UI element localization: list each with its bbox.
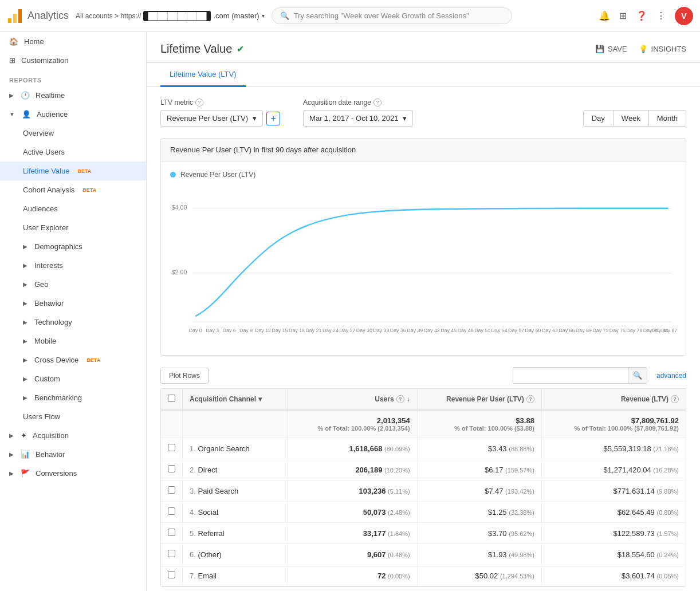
more-icon[interactable]: ⋮ — [656, 10, 666, 21]
behavior-top-arrow: ▶ — [9, 451, 14, 458]
home-icon: 🏠 — [9, 37, 18, 46]
audience-icon: 👤 — [22, 110, 31, 119]
period-btn-month[interactable]: Month — [649, 111, 686, 126]
users-help-icon[interactable]: ? — [396, 395, 404, 403]
ltv-metric-dropdown[interactable]: Revenue Per User (LTV) ▾ — [160, 110, 263, 127]
select-all-checkbox-header[interactable] — [161, 389, 183, 410]
cohort-beta-badge: BETA — [82, 187, 96, 193]
insights-button[interactable]: 💡 INSIGHTS — [639, 45, 686, 53]
sidebar-item-technology[interactable]: ▶ Technology — [0, 313, 146, 332]
save-button[interactable]: 💾 SAVE — [595, 45, 627, 53]
period-btn-week[interactable]: Week — [614, 111, 649, 126]
sidebar-item-geo[interactable]: ▶ Geo — [0, 275, 146, 294]
sidebar-item-cross-device[interactable]: ▶ Cross Device BETA — [0, 350, 146, 369]
search-bar[interactable]: 🔍 Try searching "Week over Week Growth o… — [272, 7, 512, 24]
sidebar-item-users-flow[interactable]: Users Flow — [0, 407, 146, 426]
sidebar-item-conversions[interactable]: ▶ 🚩 Conversions — [0, 464, 146, 483]
row-channel-name: Direct — [198, 466, 217, 474]
row-channel: 7. Email — [183, 565, 288, 586]
row-users-pct: (0.48%) — [388, 551, 410, 558]
select-all-checkbox[interactable] — [168, 395, 175, 402]
row-number: 2. — [190, 466, 196, 474]
users-sort-icon[interactable]: ↓ — [407, 395, 410, 403]
sidebar-item-user-explorer[interactable]: User Explorer — [0, 218, 146, 237]
sidebar-geo-label: Geo — [34, 280, 49, 289]
row-number: 4. — [190, 508, 196, 517]
sidebar-item-active-users[interactable]: Active Users — [0, 143, 146, 161]
row-checkbox-cell[interactable] — [161, 565, 183, 586]
row-checkbox-cell[interactable] — [161, 544, 183, 565]
col-header-users: Users ? ↓ — [288, 389, 417, 410]
row-rpu: $3.70 (95.62%) — [417, 523, 541, 544]
plot-rows-button[interactable]: Plot Rows — [160, 368, 209, 384]
sidebar-item-benchmarking[interactable]: ▶ Benchmarking — [0, 388, 146, 407]
sidebar-item-home[interactable]: 🏠 Home — [0, 32, 146, 51]
row-users: 50,073 (2.48%) — [288, 502, 417, 523]
benchmarking-arrow: ▶ — [23, 395, 27, 401]
sidebar-item-custom[interactable]: ▶ Custom — [0, 369, 146, 388]
sidebar-item-audiences[interactable]: Audiences — [0, 199, 146, 218]
x-label-day57: Day 57 — [508, 328, 524, 333]
table-search-button[interactable]: 🔍 — [628, 368, 647, 383]
advanced-link[interactable]: advanced — [656, 372, 686, 380]
x-label-day66: Day 66 — [559, 328, 575, 333]
acquisition-date-help-icon[interactable]: ? — [373, 98, 382, 107]
sidebar-item-customization[interactable]: ⊞ Customization — [0, 51, 146, 70]
row-number: 6. — [190, 550, 196, 559]
sidebar-item-realtime[interactable]: ▶ 🕐 Realtime — [0, 86, 146, 105]
sidebar-item-lifetime-value[interactable]: Lifetime Value BETA — [0, 161, 146, 180]
svg-rect-0 — [8, 18, 11, 23]
row-rpu-pct: (49.98%) — [509, 551, 534, 558]
sidebar-active-users-label: Active Users — [23, 148, 65, 156]
row-number: 7. — [190, 572, 196, 580]
sidebar-item-interests[interactable]: ▶ Interests — [0, 256, 146, 275]
svg-rect-1 — [13, 14, 17, 23]
avatar[interactable]: V — [675, 7, 693, 25]
notifications-icon[interactable]: 🔔 — [599, 10, 610, 21]
row-checkbox[interactable] — [168, 571, 175, 578]
row-checkbox[interactable] — [168, 444, 175, 451]
sidebar-users-flow-label: Users Flow — [23, 412, 60, 421]
ltv-metric-help-icon[interactable]: ? — [195, 98, 203, 107]
app-logo[interactable]: Analytics — [7, 8, 69, 24]
chart-svg: $4.00 $2.00 Day 0 Day 3 — [170, 186, 677, 346]
help-icon[interactable]: ❓ — [636, 10, 647, 21]
sidebar-item-mobile[interactable]: ▶ Mobile — [0, 332, 146, 350]
row-checkbox[interactable] — [168, 465, 175, 472]
add-metric-button[interactable]: + — [266, 112, 280, 125]
chart-section: Revenue Per User (LTV) in first 90 days … — [160, 138, 686, 356]
revenue-help-icon[interactable]: ? — [671, 395, 679, 403]
period-btn-day[interactable]: Day — [584, 111, 614, 126]
row-checkbox-cell[interactable] — [161, 523, 183, 544]
row-checkbox-cell[interactable] — [161, 480, 183, 502]
sidebar-item-overview[interactable]: Overview — [0, 124, 146, 143]
sidebar-item-behavior[interactable]: ▶ Behavior — [0, 294, 146, 313]
row-checkbox-cell[interactable] — [161, 459, 183, 480]
row-checkbox[interactable] — [168, 529, 175, 536]
table-search-input[interactable] — [513, 368, 628, 383]
col-header-revenue: Revenue (LTV) ? — [541, 389, 686, 410]
sidebar-item-acquisition[interactable]: ▶ ✦ Acquisition — [0, 426, 146, 445]
row-checkbox-cell[interactable] — [161, 438, 183, 459]
apps-icon[interactable]: ⊞ — [619, 10, 627, 21]
row-users-value: 1,618,668 — [349, 444, 383, 453]
sidebar-item-cohort-analysis[interactable]: Cohort Analysis BETA — [0, 180, 146, 199]
row-revenue-value: $62,645.49 — [618, 508, 655, 517]
rpu-help-icon[interactable]: ? — [526, 395, 534, 403]
row-revenue-pct: (1.57%) — [656, 530, 679, 537]
sidebar-item-behavior-top[interactable]: ▶ 📊 Behavior — [0, 445, 146, 464]
x-label-day27: Day 27 — [339, 328, 355, 333]
sidebar-item-demographics[interactable]: ▶ Demographics — [0, 237, 146, 256]
row-checkbox[interactable] — [168, 486, 175, 494]
channel-sort-icon[interactable]: ▾ — [258, 395, 262, 403]
breadcrumb-dropdown-arrow[interactable]: ▾ — [262, 13, 265, 19]
tab-ltv[interactable]: Lifetime Value (LTV) — [160, 63, 246, 87]
row-checkbox[interactable] — [168, 550, 175, 557]
row-channel-name: Referral — [198, 529, 224, 538]
sidebar-behavior-top-label: Behavior — [36, 450, 65, 459]
sidebar-item-audience[interactable]: ▼ 👤 Audience — [0, 105, 146, 124]
row-rpu: $6.17 (159.57%) — [417, 459, 541, 480]
acquisition-date-dropdown[interactable]: Mar 1, 2017 - Oct 10, 2021 ▾ — [303, 110, 413, 127]
row-checkbox-cell[interactable] — [161, 502, 183, 523]
row-checkbox[interactable] — [168, 507, 175, 515]
